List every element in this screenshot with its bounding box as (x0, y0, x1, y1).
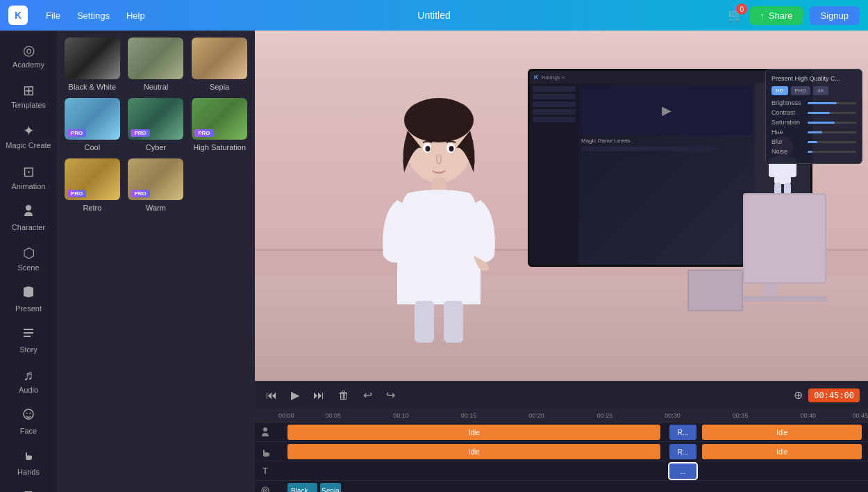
svg-point-28 (265, 490, 266, 491)
sidebar-item-magic-create[interactable]: ✦ Magic Create (1, 117, 56, 156)
pro-badge-cyber: PRO (131, 129, 149, 137)
menu-settings[interactable]: Settings (70, 8, 117, 24)
character-icon (22, 204, 35, 221)
clip-sepia[interactable]: Sepia (320, 483, 341, 492)
play-button[interactable]: ▶ (288, 386, 302, 404)
sidebar-item-scene[interactable]: ⬡ Scene (1, 239, 56, 278)
clip-r-hands[interactable]: R... (669, 444, 696, 459)
sidebar-label-audio: Audio (19, 386, 38, 395)
filter-item-sepia[interactable]: Sepia (191, 38, 248, 91)
sidebar-item-audio[interactable]: ♬ Audio (1, 362, 56, 400)
svg-point-20 (426, 146, 431, 151)
sidebar: ◎ Academy ⊞ Templates ✦ Magic Create ⊡ A… (0, 31, 57, 492)
sidebar-label-magic-create: Magic Create (6, 141, 51, 150)
sidebar-item-animation[interactable]: ⊡ Animation (1, 158, 56, 197)
svg-point-21 (449, 146, 454, 151)
ruler-marks: 00:00 00:05 00:10 00:15 (258, 409, 868, 422)
timecode-display: 00:45:00 (808, 388, 860, 402)
filter-name-warm: Warm (146, 204, 166, 212)
timeline-tracks: 00:00 00:05 00:10 00:15 (255, 409, 868, 492)
timeline-content: 00:00 00:05 00:10 00:15 (255, 409, 868, 492)
signup-button[interactable]: Signup (810, 6, 860, 25)
svg-point-25 (263, 427, 267, 432)
sidebar-label-story: Story (19, 345, 37, 354)
document-title: Untitled (417, 10, 450, 21)
track-icon-body (255, 423, 276, 442)
scene-monitor (729, 193, 840, 318)
svg-rect-24 (444, 301, 463, 343)
settings-row-4: Hue (771, 129, 856, 136)
cart-button[interactable]: 🛒 0 (728, 8, 743, 23)
share-button[interactable]: ↑ Share (750, 6, 802, 25)
sidebar-item-templates[interactable]: ⊞ Templates (1, 76, 56, 115)
filter-item-retro[interactable]: PRO Retro (64, 158, 121, 212)
track-row-text: T ... (255, 461, 868, 481)
audio-icon: ♬ (24, 368, 34, 384)
filter-item-high-sat[interactable]: PRO High Saturation (191, 98, 248, 151)
clip-idle-2[interactable]: Idle (702, 425, 862, 440)
track-row-hands: Idle R... Idle (255, 442, 868, 461)
character-avatar (366, 89, 505, 339)
filter-name-sepia: Sepia (210, 83, 229, 91)
sidebar-label-hands: Hands (17, 468, 40, 477)
sidebar-item-academy[interactable]: ◎ Academy (1, 36, 56, 75)
svg-point-17 (404, 98, 474, 142)
sidebar-item-present[interactable]: Present (1, 279, 56, 319)
clip-bw[interactable]: Black... (287, 483, 317, 492)
filter-name-bw: Black & White (69, 83, 116, 91)
svg-rect-1 (24, 329, 33, 330)
app-logo: K (8, 6, 28, 25)
settings-row-6: Noise (771, 148, 856, 155)
sidebar-item-character[interactable]: Character (1, 198, 56, 238)
magic-create-icon: ✦ (23, 122, 35, 139)
skip-end-button[interactable]: ⏭ (310, 386, 327, 404)
cart-badge: 0 (736, 3, 747, 15)
redo-button[interactable]: ↪ (383, 386, 398, 404)
sidebar-item-hands[interactable]: Hands (1, 443, 56, 482)
story-icon (22, 326, 35, 343)
topbar: K File Settings Help Untitled 🛒 0 ↑ Shar… (0, 0, 868, 31)
filters-panel: Black & White Neutral Sepia PR (57, 31, 255, 492)
filter-item-bw[interactable]: Black & White (64, 38, 121, 91)
sidebar-item-text-effects[interactable]: T Text Effects (1, 484, 56, 492)
settings-row-3: Saturation (771, 119, 856, 126)
clip-idle-1[interactable]: Idle (287, 425, 660, 440)
clip-r-1[interactable]: R... (669, 425, 696, 440)
filter-thumb-cool: PRO (65, 98, 120, 140)
filter-thumb-cyber: PRO (128, 98, 183, 140)
track-icon-filters (255, 481, 276, 493)
pro-badge-retro: PRO (67, 190, 86, 197)
scene-side-monitor (687, 270, 743, 311)
delete-button[interactable]: 🗑 (335, 386, 352, 404)
templates-icon: ⊞ (23, 82, 35, 99)
share-icon: ↑ (760, 10, 765, 21)
skip-start-button[interactable]: ⏮ (263, 386, 280, 404)
clip-idle-hands-1[interactable]: Idle (287, 444, 660, 459)
clip-text-1[interactable]: ... (669, 464, 696, 479)
filter-item-cool[interactable]: PRO Cool (64, 98, 121, 151)
sidebar-label-character: Character (12, 223, 45, 232)
filter-name-cool: Cool (85, 143, 101, 151)
track-row-filters: Black... Sepia (255, 481, 868, 492)
filter-item-neutral[interactable]: Neutral (128, 38, 185, 91)
menu-help[interactable]: Help (119, 8, 152, 24)
filter-name-cyber: Cyber (146, 143, 166, 151)
sidebar-item-face[interactable]: Face (1, 402, 56, 441)
top-menu: File Settings Help (39, 8, 152, 24)
zoom-icon[interactable]: ⊕ (794, 388, 803, 402)
sidebar-item-story[interactable]: Story (1, 320, 56, 360)
animation-icon: ⊡ (23, 163, 35, 180)
present-icon (22, 285, 35, 302)
filter-item-warm[interactable]: PRO Warm (128, 158, 185, 212)
clip-idle-hands-2[interactable]: Idle (702, 444, 862, 459)
sidebar-label-templates: Templates (11, 101, 46, 110)
menu-file[interactable]: File (39, 8, 67, 24)
pro-badge-cool: PRO (67, 129, 86, 137)
svg-rect-2 (24, 332, 33, 334)
track-clips-body: Idle R... Idle (276, 423, 868, 441)
filter-item-cyber[interactable]: PRO Cyber (128, 98, 185, 151)
settings-row-2: Contrast (771, 109, 856, 116)
track-icon-hands (255, 442, 276, 461)
undo-button[interactable]: ↩ (360, 386, 375, 404)
sidebar-label-academy: Academy (12, 60, 44, 69)
